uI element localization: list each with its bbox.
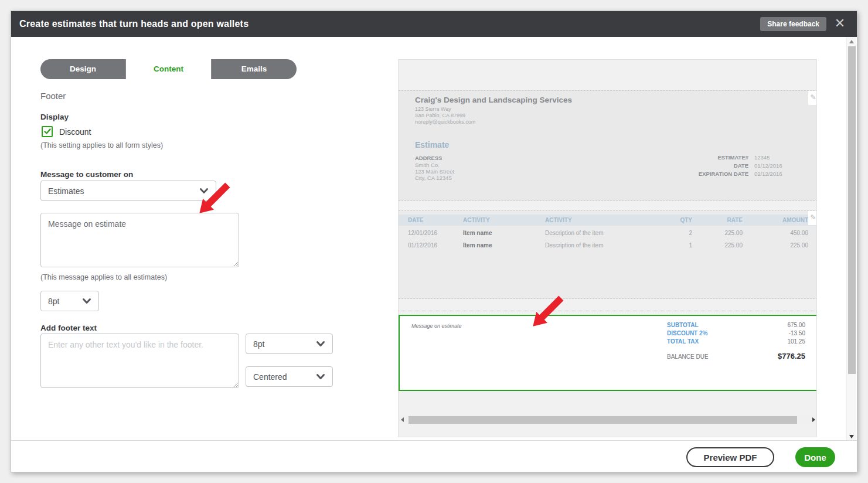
footer-alignment-value: Centered — [253, 372, 316, 382]
billing-line: City, CA 12345 — [415, 175, 452, 181]
cell-description: Description of the item — [545, 230, 657, 236]
estimate-preview-panel: Craig's Design and Landscaping Services … — [398, 59, 817, 437]
total-label: DISCOUNT 2% — [667, 330, 707, 336]
total-row: TOTAL TAX 101.25 — [667, 338, 805, 345]
preview-company-section[interactable]: Craig's Design and Landscaping Services … — [399, 90, 817, 201]
display-note: (This setting applies to all form styles… — [40, 141, 163, 149]
tab-emails[interactable]: Emails — [212, 59, 297, 79]
discount-checkbox[interactable] — [42, 126, 53, 137]
message-target-value: Estimates — [48, 186, 199, 196]
done-button[interactable]: Done — [795, 447, 835, 467]
meta-value: 01/12/2016 — [754, 162, 791, 169]
table-row: 12/01/2016 Item name Description of the … — [399, 227, 817, 239]
meta-row: ESTIMATE# 12345 — [699, 154, 791, 161]
balance-due-label: BALANCE DUE — [667, 353, 709, 360]
column-header: DATE — [408, 217, 463, 223]
tab-design[interactable]: Design — [40, 59, 126, 79]
message-target-dropdown[interactable]: Estimates — [40, 181, 216, 201]
cell-item: Item name — [463, 242, 545, 249]
scroll-left-icon[interactable] — [401, 417, 404, 422]
meta-label: DATE — [734, 162, 748, 169]
preview-pdf-button[interactable]: Preview PDF — [686, 447, 774, 467]
preview-horizontal-scrollbar[interactable] — [399, 416, 817, 424]
add-footer-text-label: Add footer text — [40, 324, 97, 332]
totals-block: SUBTOTAL 675.00 DISCOUNT 2% -13.50 TOTAL… — [667, 322, 805, 360]
message-font-size-value: 8pt — [48, 297, 82, 306]
footer-section-title: Footer — [40, 91, 66, 101]
total-label: SUBTOTAL — [667, 322, 699, 328]
chevron-down-icon — [316, 341, 325, 348]
column-header: RATE — [692, 217, 743, 223]
display-label: Display — [40, 113, 69, 121]
edit-pencil-icon[interactable]: ✎ — [808, 211, 817, 225]
footer-text-textarea[interactable] — [40, 334, 239, 388]
cell-date: 12/01/2016 — [408, 230, 463, 236]
checkmark-icon — [44, 128, 51, 135]
close-icon[interactable]: ✕ — [832, 16, 847, 31]
estimate-meta: ESTIMATE# 12345 DATE 01/12/2016 EXPIRATI… — [699, 154, 791, 179]
balance-due-row: BALANCE DUE $776.25 — [667, 352, 805, 360]
total-row: SUBTOTAL 675.00 — [667, 322, 805, 328]
tab-content[interactable]: Content — [126, 59, 212, 79]
scroll-up-icon[interactable] — [849, 40, 854, 43]
total-value: 675.00 — [787, 322, 805, 328]
column-header: QTY — [657, 217, 692, 223]
cell-qty: 1 — [657, 242, 692, 249]
message-to-customer-label: Message to customer on — [40, 170, 133, 179]
table-header-row: DATE ACTIVITY ACTIVITY QTY RATE AMOUNT — [399, 215, 817, 226]
billing-line: Smith Co. — [415, 162, 440, 168]
total-value: -13.50 — [789, 330, 805, 336]
scroll-down-icon[interactable] — [849, 435, 854, 438]
message-on-estimate-textarea[interactable]: Message on estimate — [40, 213, 239, 267]
tab-bar: Design Content Emails — [40, 59, 297, 79]
horizontal-scroll-thumb[interactable] — [409, 416, 797, 424]
balance-due-value: $776.25 — [778, 352, 805, 360]
column-header: ACTIVITY — [463, 217, 545, 223]
cell-amount: 225.00 — [743, 242, 808, 249]
dialog-vertical-scrollbar[interactable] — [846, 37, 856, 441]
cell-item: Item name — [463, 230, 545, 236]
cell-date: 01/12/2016 — [408, 242, 463, 249]
company-name: Craig's Design and Landscaping Services — [415, 96, 572, 104]
billing-address-label: ADDRESS — [415, 155, 442, 161]
message-font-size-dropdown[interactable]: 8pt — [40, 291, 99, 311]
share-feedback-button[interactable]: Share feedback — [760, 17, 826, 31]
cell-qty: 2 — [657, 230, 692, 236]
meta-label: ESTIMATE# — [717, 154, 748, 161]
column-header: AMOUNT — [743, 217, 808, 223]
cell-amount: 450.00 — [743, 230, 808, 236]
table-row: 01/12/2016 Item name Description of the … — [399, 239, 817, 251]
total-value: 101.25 — [787, 338, 805, 345]
dialog-title: Create estimates that turn heads and ope… — [11, 19, 249, 29]
discount-checkbox-label[interactable]: Discount — [59, 127, 91, 137]
meta-label: EXPIRATION DATE — [699, 171, 748, 177]
message-note: (This message applies to all estimates) — [40, 273, 167, 281]
preview-table-section[interactable]: DATE ACTIVITY ACTIVITY QTY RATE AMOUNT 1… — [399, 210, 817, 299]
customize-estimate-dialog: Create estimates that turn heads and ope… — [11, 11, 857, 472]
company-address-line1: 123 Sierra Way — [415, 106, 451, 112]
dialog-header: Create estimates that turn heads and ope… — [11, 11, 857, 37]
meta-value: 12345 — [754, 154, 791, 161]
preview-footer-section[interactable]: Message on estimate SUBTOTAL 675.00 DISC… — [399, 315, 817, 391]
meta-row: EXPIRATION DATE 02/12/2016 — [699, 171, 791, 177]
scroll-right-icon[interactable] — [812, 417, 815, 422]
footer-alignment-dropdown[interactable]: Centered — [246, 366, 333, 387]
cell-rate: 225.00 — [692, 230, 743, 236]
footer-font-size-dropdown[interactable]: 8pt — [246, 334, 333, 354]
cell-rate: 225.00 — [692, 242, 743, 249]
estimate-doc-title: Estimate — [415, 140, 449, 149]
billing-line: 123 Main Street — [415, 168, 454, 175]
edit-pencil-icon[interactable]: ✎ — [808, 91, 817, 105]
meta-value: 02/12/2016 — [754, 171, 791, 177]
chevron-down-icon — [199, 188, 209, 195]
cell-description: Description of the item — [545, 242, 657, 249]
column-header: ACTIVITY — [545, 217, 657, 223]
company-address-line2: San Pablo, CA 87999 — [415, 113, 465, 118]
dialog-action-bar: Preview PDF Done — [11, 440, 857, 472]
total-row: DISCOUNT 2% -13.50 — [667, 330, 805, 336]
chevron-down-icon — [316, 373, 325, 380]
footer-message-preview: Message on estimate — [411, 323, 462, 329]
company-email: noreply@quickbooks.com — [415, 119, 475, 125]
vertical-scroll-thumb[interactable] — [848, 46, 856, 374]
section-divider — [399, 311, 817, 311]
